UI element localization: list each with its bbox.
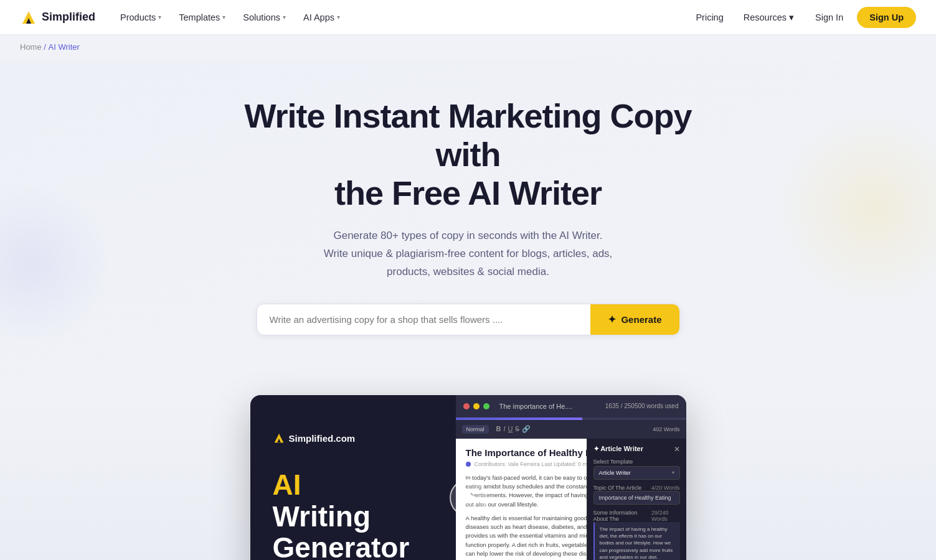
ai-template-select[interactable]: Article Writer ▾ [593,466,680,480]
breadcrumb-current: AI Writer [49,42,80,52]
ai-info-header: Some Information About The 29/240 Words [593,510,680,522]
logo-text: Simplified [42,11,95,24]
breadcrumb-home[interactable]: Home [20,42,42,52]
video-right-panel: The importance of He.... 1635 / 250500 w… [456,395,686,560]
video-brand-text: Simplified.com [289,433,356,444]
video-title-ai: AI [273,469,440,501]
ai-panel-title: ✦ Article Writer [593,445,644,453]
ai-topic-label: Topic Of The Article [593,485,642,491]
logo-icon [20,9,37,26]
navbar: Simplified Products ▾ Templates ▾ Soluti… [0,0,936,35]
video-title-rest: WritingGenerator [273,501,440,560]
nav-templates[interactable]: Templates ▾ [171,7,233,27]
bg-blob-left [0,184,112,345]
resources-chevron-icon: ▾ [789,12,794,22]
bg-blob-right [774,109,936,308]
nav-right: Pricing Resources ▾ Sign In Sign Up [688,7,916,28]
toolbar-style-tag[interactable]: Normal [462,425,489,434]
doc-meta-dot [466,462,471,467]
video-brand-logo: Simplified.com [273,432,356,444]
video-logo-icon [273,432,285,444]
play-button[interactable] [450,479,487,516]
doc-content: The Importance of Healthy Eating Contrib… [456,439,686,560]
generate-button[interactable]: ✦ Generate [590,304,679,335]
nav-aiapps[interactable]: AI Apps ▾ [296,7,347,27]
doc-topbar-title: The importance of He.... [499,403,602,410]
nav-signin-button[interactable]: Sign In [806,7,852,27]
breadcrumb: Home / AI Writer [0,35,936,59]
ai-info-section: Some Information About The 29/240 Words … [593,510,680,560]
video-title: AI WritingGenerator [273,469,440,560]
nav-products[interactable]: Products ▾ [113,7,169,27]
nav-signup-button[interactable]: Sign Up [857,7,916,28]
doc-topbar: The importance of He.... 1635 / 250500 w… [456,395,686,418]
video-preview-container: Simplified.com AI WritingGenerator The i… [0,395,936,560]
video-preview: Simplified.com AI WritingGenerator The i… [250,395,686,560]
nav-links: Products ▾ Templates ▾ Solutions ▾ AI Ap… [113,7,688,27]
doc-word-usage: 1635 / 250500 words used [605,403,679,409]
ai-select-arrow-icon: ▾ [672,470,674,475]
topbar-dot-red [463,403,470,409]
products-chevron-icon: ▾ [158,14,161,21]
bold-icon[interactable]: B [496,425,501,433]
ai-panel-close-icon[interactable]: ✕ [674,445,680,454]
strikethrough-icon[interactable]: S̶ [515,425,519,433]
doc-word-count: 402 Words [653,426,679,432]
ai-writer-panel: ✦ Article Writer ✕ Select Template Artic… [587,439,686,560]
doc-toolbar: Normal B I U S̶ 🔗 402 Words [456,420,686,439]
video-brand: Simplified.com [273,432,440,444]
ai-topic-section: Topic Of The Article 4/20 Words Importan… [593,485,680,505]
logo-link[interactable]: Simplified [20,9,95,26]
aiapps-chevron-icon: ▾ [337,14,340,21]
ai-topic-header: Topic Of The Article 4/20 Words [593,485,680,491]
ai-topic-count: 4/20 Words [651,485,680,491]
search-bar: ✦ Generate [257,304,680,335]
topbar-dot-green [483,403,489,409]
ai-panel-header: ✦ Article Writer ✕ [593,445,680,454]
ai-info-count: 29/240 Words [651,510,680,522]
solutions-chevron-icon: ▾ [283,14,286,21]
ai-template-section: Select Template Article Writer ▾ [593,459,680,480]
ai-info-content: The impact of having a healthy diet, the… [593,522,680,560]
underline-icon[interactable]: U [508,425,513,433]
video-left-panel: Simplified.com AI WritingGenerator [250,407,462,560]
ai-topic-input[interactable]: Importance of Healthy Eating [593,491,680,505]
topbar-dot-yellow [473,403,480,409]
ai-info-label: Some Information About The [593,510,651,522]
toolbar-icons: B I U S̶ 🔗 [496,425,531,433]
templates-chevron-icon: ▾ [222,14,225,21]
hero-section: Write Instant Marketing Copy with the Fr… [0,59,936,395]
ai-template-label: Select Template [593,459,680,465]
breadcrumb-separator: / [44,42,46,52]
hero-title: Write Instant Marketing Copy with the Fr… [232,96,705,212]
link-icon[interactable]: 🔗 [522,425,531,433]
nav-solutions[interactable]: Solutions ▾ [235,7,293,27]
nav-pricing[interactable]: Pricing [688,7,730,27]
nav-resources[interactable]: Resources ▾ [736,7,801,27]
hero-subtitle: Generate 80+ types of copy in seconds wi… [294,227,643,281]
italic-icon[interactable]: I [503,425,505,433]
generate-icon: ✦ [608,314,616,325]
search-input[interactable] [257,304,591,335]
